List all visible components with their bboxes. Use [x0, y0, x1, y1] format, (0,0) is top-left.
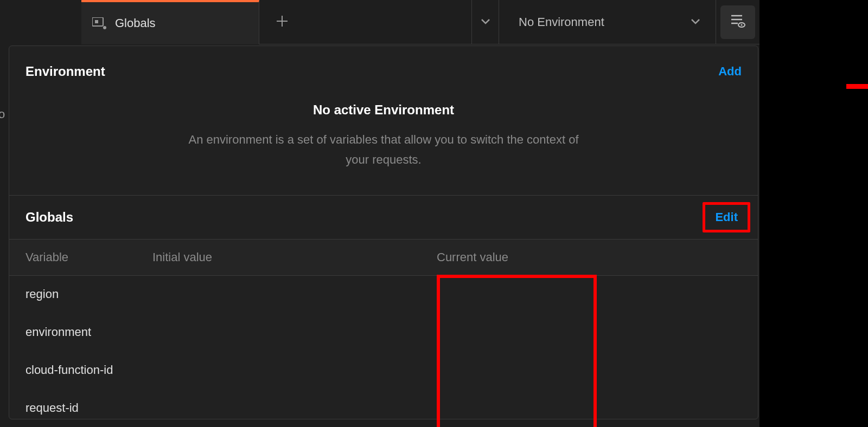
environment-section-header: Environment Add [9, 46, 758, 97]
empty-state-title: No active Environment [31, 102, 736, 118]
add-environment-button[interactable]: Add [718, 64, 742, 79]
table-row: region [9, 276, 758, 314]
environment-selector[interactable]: No Environment [499, 0, 716, 44]
environment-title: Environment [25, 64, 105, 79]
globals-table-body: region environment cloud-function-id req… [9, 276, 758, 427]
column-variable: Variable [9, 250, 152, 264]
globals-icon [92, 17, 106, 29]
table-row: environment [9, 314, 758, 352]
tab-bar-spacer [305, 0, 472, 44]
chevron-down-icon [691, 17, 700, 27]
environment-quicklook-button[interactable] [720, 5, 755, 39]
empty-state-description: An environment is a set of variables tha… [188, 130, 579, 170]
table-row: request-id [9, 390, 758, 427]
tab-globals[interactable]: Globals [81, 0, 259, 44]
environment-selector-label: No Environment [519, 15, 604, 29]
globals-section: Globals Edit Variable Initial value Curr… [9, 195, 758, 427]
column-initial-value: Initial value [152, 250, 425, 264]
annotation-arrow-fragment [846, 84, 868, 89]
edit-globals-button[interactable]: Edit [703, 202, 750, 232]
plus-icon [276, 15, 288, 29]
variable-name: region [9, 287, 152, 301]
column-current-value: Current value [425, 250, 758, 264]
new-tab-button[interactable] [259, 0, 305, 44]
variable-name: environment [9, 325, 152, 339]
variable-name: cloud-function-id [9, 363, 152, 377]
tab-overflow-button[interactable] [472, 0, 499, 44]
sidebar-text-fragment: vo [0, 107, 5, 121]
chevron-down-icon [481, 17, 490, 27]
environment-empty-state: No active Environment An environment is … [9, 97, 758, 195]
list-eye-icon [730, 14, 745, 30]
environment-quicklook-panel: Environment Add No active Environment An… [9, 46, 758, 419]
table-row: cloud-function-id [9, 352, 758, 390]
svg-point-9 [741, 24, 743, 26]
svg-rect-1 [95, 20, 98, 23]
top-bar: Globals No Environment [0, 0, 760, 44]
tab-label: Globals [115, 16, 156, 30]
svg-point-2 [103, 26, 106, 29]
globals-section-header: Globals Edit [9, 196, 758, 239]
globals-title: Globals [25, 210, 73, 225]
sidebar-stub [0, 0, 81, 44]
globals-table-header: Variable Initial value Current value [9, 239, 758, 276]
variable-name: request-id [9, 401, 152, 415]
